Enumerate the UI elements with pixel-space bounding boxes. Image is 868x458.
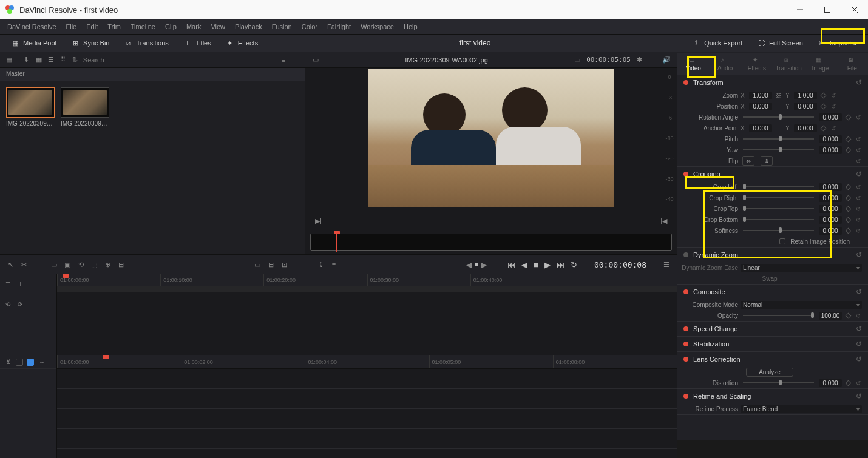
reset-section-icon[interactable]: ↺ xyxy=(856,251,862,259)
distortion-value[interactable]: 0.000 xyxy=(819,379,842,387)
video-track-1[interactable] xyxy=(57,369,677,389)
video-track-4[interactable] xyxy=(57,429,677,449)
reset-section-icon[interactable]: ↺ xyxy=(856,325,862,333)
list-view-icon[interactable]: ☰ xyxy=(47,56,55,64)
menu-help[interactable]: Help xyxy=(399,21,422,33)
keyframe-button[interactable] xyxy=(846,227,852,234)
keyframe-button[interactable] xyxy=(846,206,852,212)
viewer-image[interactable] xyxy=(368,69,614,207)
go-to-start-button[interactable]: ⏮ xyxy=(506,259,517,271)
track-selector[interactable] xyxy=(16,359,23,366)
keyframe-button[interactable] xyxy=(846,217,852,223)
reset-icon[interactable]: ↺ xyxy=(855,136,862,143)
window-minimize-button[interactable] xyxy=(786,0,813,19)
menu-playback[interactable]: Playback xyxy=(230,21,267,33)
menu-fusion[interactable]: Fusion xyxy=(267,21,297,33)
keyframe-button[interactable] xyxy=(846,184,852,190)
zoom-out-button[interactable]: ◀ xyxy=(466,260,472,269)
keyframe-button[interactable] xyxy=(846,147,852,153)
timeline-options-icon[interactable]: ☰ xyxy=(662,260,671,269)
play-button[interactable]: ▶ xyxy=(543,259,552,271)
track-color[interactable] xyxy=(27,359,34,366)
go-to-end-button[interactable]: ⏭ xyxy=(555,259,566,271)
pos-x-value[interactable]: 0.000 xyxy=(749,103,772,110)
inspector-tab-audio[interactable]: ♪Audio xyxy=(709,53,741,75)
keyframe-button[interactable] xyxy=(846,195,852,201)
pos-y-value[interactable]: 0.000 xyxy=(794,103,817,110)
swap-button[interactable]: Swap xyxy=(762,275,777,282)
menu-workspace[interactable]: Workspace xyxy=(356,21,399,33)
zoom-y-value[interactable]: 1.000 xyxy=(794,92,817,99)
track-option-icon[interactable]: ⟲ xyxy=(4,300,12,308)
reset-icon[interactable]: ↺ xyxy=(855,217,862,223)
inspector-tab-transition[interactable]: ⧄Transition xyxy=(773,53,804,75)
section-enable-dot[interactable] xyxy=(683,252,688,257)
reset-icon[interactable]: ↺ xyxy=(855,158,862,164)
reset-section-icon[interactable]: ↺ xyxy=(856,170,862,178)
video-track-3[interactable] xyxy=(57,409,677,429)
loop-button[interactable]: ↻ xyxy=(569,259,578,271)
menu-color[interactable]: Color xyxy=(297,21,322,33)
keyframe-button[interactable] xyxy=(846,380,852,386)
pitch-slider[interactable] xyxy=(743,138,814,140)
retain-image-position-checkbox[interactable] xyxy=(779,238,785,244)
track-head-icon[interactable]: ⊥ xyxy=(16,280,24,288)
softness-slider[interactable] xyxy=(743,230,814,231)
quick-export-button[interactable]: ⤴Quick Export xyxy=(686,36,748,50)
reset-icon[interactable]: ↺ xyxy=(855,195,862,201)
full-screen-button[interactable]: ⛶Full Screen xyxy=(751,36,809,50)
menu-timeline[interactable]: Timeline xyxy=(126,21,160,33)
section-enable-dot[interactable] xyxy=(683,394,688,399)
crop-top-value[interactable]: 0.000 xyxy=(819,205,842,213)
window-maximize-button[interactable] xyxy=(813,0,841,19)
keyframe-button[interactable] xyxy=(821,103,827,109)
crop-top-slider[interactable] xyxy=(743,208,814,209)
composite-mode-select[interactable]: Normal xyxy=(741,301,862,309)
bin-list-icon[interactable]: ▤ xyxy=(5,56,13,64)
reset-icon[interactable]: ↺ xyxy=(855,380,862,386)
reset-icon[interactable]: ↺ xyxy=(855,227,862,234)
yaw-value[interactable]: 0.000 xyxy=(819,146,842,154)
crop-bottom-slider[interactable] xyxy=(743,219,814,220)
menu-view[interactable]: View xyxy=(206,21,230,33)
reset-icon[interactable]: ↺ xyxy=(855,114,862,121)
crop-left-slider[interactable] xyxy=(743,186,814,187)
retime-process-select[interactable]: Frame Blend xyxy=(741,405,862,413)
anchor-y-value[interactable]: 0.000 xyxy=(794,124,817,132)
zoom-x-value[interactable]: 1.000 xyxy=(749,92,772,99)
step-back-button[interactable]: ◀ xyxy=(520,259,529,271)
mark-out-button[interactable]: |◀ xyxy=(657,216,671,226)
section-enable-dot[interactable] xyxy=(683,357,688,362)
inspector-tab-video[interactable]: ▭Video xyxy=(677,53,709,75)
reset-icon[interactable]: ↺ xyxy=(855,147,862,153)
reset-icon[interactable]: ↺ xyxy=(830,92,837,99)
fit-to-fill-icon[interactable]: ⬚ xyxy=(90,260,98,269)
link-icon[interactable]: ⛓ xyxy=(775,92,783,99)
keyframe-button[interactable] xyxy=(821,125,827,131)
anchor-x-value[interactable]: 0.000 xyxy=(749,124,772,132)
window-close-button[interactable] xyxy=(841,0,868,19)
transitions-toggle[interactable]: ⧄Transitions xyxy=(118,36,174,50)
reset-icon[interactable]: ↺ xyxy=(830,125,837,132)
viewer-scrub[interactable] xyxy=(310,234,672,251)
reset-section-icon[interactable]: ↺ xyxy=(856,340,862,348)
track-option-icon[interactable]: ⟳ xyxy=(16,300,24,308)
overwrite-clip-icon[interactable]: ▣ xyxy=(63,260,72,269)
inspector-toggle[interactable]: ✂Inspector xyxy=(812,36,863,50)
viewer-options-icon[interactable]: ⋯ xyxy=(649,56,657,64)
viewer-mode-icon[interactable]: ▭ xyxy=(311,56,320,64)
inspector-tab-image[interactable]: ▦Image xyxy=(804,53,836,75)
mini-track[interactable] xyxy=(57,286,677,292)
media-thumb-0[interactable]: IMG-20220309-W... xyxy=(6,87,55,127)
inspector-tab-effects[interactable]: ✦Effects xyxy=(741,53,773,75)
stop-button[interactable]: ■ xyxy=(532,259,540,271)
media-thumb-1[interactable]: IMG-20220309-W... xyxy=(61,87,109,127)
keyframe-button[interactable] xyxy=(821,92,827,98)
section-enable-dot[interactable] xyxy=(683,80,688,85)
reset-icon[interactable]: ↺ xyxy=(855,184,862,190)
menu-clip[interactable]: Clip xyxy=(160,21,181,33)
timeline-playhead[interactable] xyxy=(106,355,106,458)
thumbnail-view-icon[interactable]: ▦ xyxy=(35,56,43,64)
reset-icon[interactable]: ↺ xyxy=(830,103,837,110)
yaw-slider[interactable] xyxy=(743,149,814,150)
